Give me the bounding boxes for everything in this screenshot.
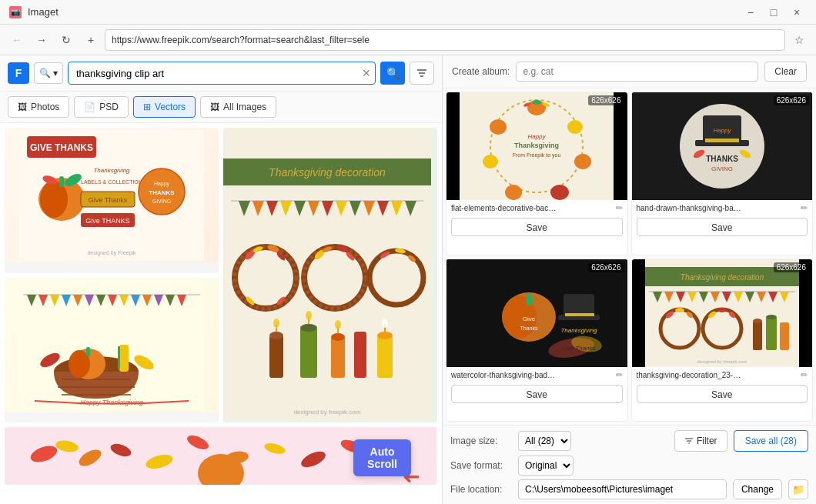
list-item[interactable]: Happy Thanksgiving — [5, 278, 219, 423]
svg-point-124 — [490, 119, 507, 135]
save-button-3[interactable]: Save — [451, 385, 623, 403]
image-name: hand-drawn-thanksgiving-badge-c — [637, 204, 744, 212]
svg-point-181 — [766, 315, 777, 319]
image-size-label: Image size: — [450, 436, 512, 446]
svg-point-68 — [335, 320, 341, 329]
svg-text:Thanks: Thanks — [520, 325, 538, 331]
right-image-container[interactable]: 626x626 — [446, 92, 627, 200]
svg-point-176 — [717, 308, 727, 312]
right-image-container[interactable]: 626x626 Thanksgiving decoration — [632, 259, 813, 367]
right-image-card: 626x626 THANKS GIVING — [631, 92, 814, 255]
svg-text:GIVING: GIVING — [711, 165, 733, 172]
svg-rect-8 — [59, 176, 64, 187]
thumbnail-image: GIVE THANKS Thanksgiving LABELS & COLLEC… — [19, 130, 204, 261]
window-controls: − □ × — [741, 4, 807, 21]
back-button[interactable]: ← — [6, 29, 28, 51]
save-all-button[interactable]: Save all (28) — [734, 430, 808, 452]
edit-icon[interactable]: ✏ — [616, 203, 623, 213]
save-button-2[interactable]: Save — [637, 218, 808, 236]
forward-button[interactable]: → — [31, 29, 52, 51]
edit-icon[interactable]: ✏ — [801, 203, 808, 213]
svg-point-71 — [377, 332, 393, 339]
svg-text:GIVE THANKS: GIVE THANKS — [30, 142, 93, 153]
right-image-card: 626x626 Give Thanks — [446, 259, 628, 422]
svg-rect-61 — [300, 328, 317, 378]
search-type-button[interactable]: 🔍 ▾ — [34, 62, 63, 84]
svg-rect-149 — [565, 313, 594, 316]
save-button-1[interactable]: Save — [451, 218, 623, 236]
file-location-row: File location: Change 📁 — [450, 479, 808, 499]
address-bar[interactable] — [105, 29, 785, 51]
image-preview: Thanksgiving decoration — [632, 259, 813, 367]
save-button-4[interactable]: Save — [637, 385, 808, 403]
main-layout: F 🔍 ▾ ✕ 🔍 🖼 Photos — [0, 55, 816, 504]
refresh-button[interactable]: ↻ — [55, 29, 77, 51]
edit-icon[interactable]: ✏ — [801, 370, 808, 380]
list-item[interactable]: GIVE THANKS Thanksgiving LABELS & COLLEC… — [5, 128, 219, 273]
image-info: thanksgiving-decoration_23-21475 ✏ — [632, 367, 813, 383]
file-location-input[interactable] — [518, 479, 727, 499]
edit-icon[interactable]: ✏ — [616, 370, 623, 380]
right-panel: Create album: Clear 626x626 — [443, 55, 816, 504]
image-name: watercolor-thanksgiving-badge-col — [451, 371, 559, 379]
thumbnail-svg: THANKS GIVING Happy — [645, 92, 799, 200]
app-title: Imaget — [28, 6, 59, 18]
svg-point-128 — [532, 100, 541, 105]
album-input[interactable] — [516, 62, 758, 82]
svg-rect-180 — [766, 317, 777, 350]
svg-text:Give Thanks: Give Thanks — [89, 196, 128, 204]
svg-text:designed by freepik.com: designed by freepik.com — [294, 409, 361, 416]
search-go-button[interactable]: 🔍 — [380, 62, 405, 85]
search-input-wrap: ✕ — [68, 62, 376, 85]
svg-rect-144 — [527, 294, 532, 305]
image-size-row: Image size: All (28) Filter Save all (28… — [450, 430, 808, 452]
right-image-container[interactable]: 626x626 Give Thanks — [446, 259, 627, 367]
svg-point-58 — [269, 332, 283, 339]
close-button[interactable]: × — [787, 4, 807, 21]
bottom-controls: Image size: All (28) Filter Save all (28… — [443, 425, 816, 504]
filter-button[interactable]: Filter — [674, 430, 727, 452]
search-clear-button[interactable]: ✕ — [362, 67, 371, 79]
tab-all-images[interactable]: 🖼 All Images — [200, 96, 276, 118]
nav-bar: ← → ↻ + ☆ — [0, 25, 816, 55]
svg-rect-70 — [377, 335, 393, 378]
file-location-label: File location: — [450, 484, 512, 495]
thumbnail-decoration: Thanksgiving decoration — [223, 128, 431, 420]
save-format-label: Save format: — [450, 460, 512, 471]
svg-text:GIVING: GIVING — [152, 199, 172, 204]
change-button[interactable]: Change — [733, 479, 782, 499]
tab-photos[interactable]: 🖼 Photos — [8, 96, 69, 118]
auto-scroll-area: ➜ Auto Scroll — [403, 465, 426, 490]
search-input[interactable] — [68, 62, 376, 85]
image-size-select[interactable]: All (28) — [518, 431, 571, 451]
svg-text:Thanksgiving: Thanksgiving — [561, 327, 598, 334]
tab-vectors[interactable]: ⊞ Vectors — [133, 96, 196, 118]
save-format-select[interactable]: Original — [518, 456, 574, 476]
minimize-button[interactable]: − — [741, 4, 761, 21]
folder-button[interactable]: 📁 — [788, 479, 808, 499]
svg-point-64 — [306, 311, 312, 320]
new-tab-button[interactable]: + — [80, 29, 102, 51]
image-name: flat-elements-decorative-backgrou — [451, 204, 559, 212]
list-item[interactable]: Thanksgiving decoration — [223, 128, 437, 422]
search-filter-button[interactable] — [410, 62, 434, 85]
clear-button[interactable]: Clear — [764, 62, 807, 82]
image-info: hand-drawn-thanksgiving-badge-c ✏ — [632, 200, 813, 216]
save-format-row: Save format: Original — [450, 456, 808, 476]
maximize-button[interactable]: □ — [764, 4, 784, 21]
svg-text:Thanksgiving: Thanksgiving — [93, 167, 130, 174]
svg-rect-182 — [780, 322, 789, 350]
tab-psd[interactable]: 📄 PSD — [74, 96, 129, 118]
svg-point-66 — [331, 333, 345, 341]
thumbnail-svg: Give Thanks Thanksgiving — [460, 259, 614, 367]
svg-text:Happy Thanksgiving: Happy Thanksgiving — [80, 399, 143, 406]
auto-scroll-button[interactable]: Auto Scroll — [353, 439, 411, 476]
svg-text:Thanksgiving decoration: Thanksgiving decoration — [681, 273, 764, 282]
freepik-logo[interactable]: F — [8, 62, 29, 84]
svg-rect-135 — [705, 139, 739, 142]
right-image-container[interactable]: 626x626 THANKS GIVING — [632, 92, 813, 200]
bookmark-button[interactable]: ☆ — [788, 29, 810, 51]
left-image-grid: GIVE THANKS Thanksgiving LABELS & COLLEC… — [0, 123, 442, 504]
svg-rect-101 — [118, 346, 120, 369]
app-icon: 📷 — [9, 6, 22, 18]
